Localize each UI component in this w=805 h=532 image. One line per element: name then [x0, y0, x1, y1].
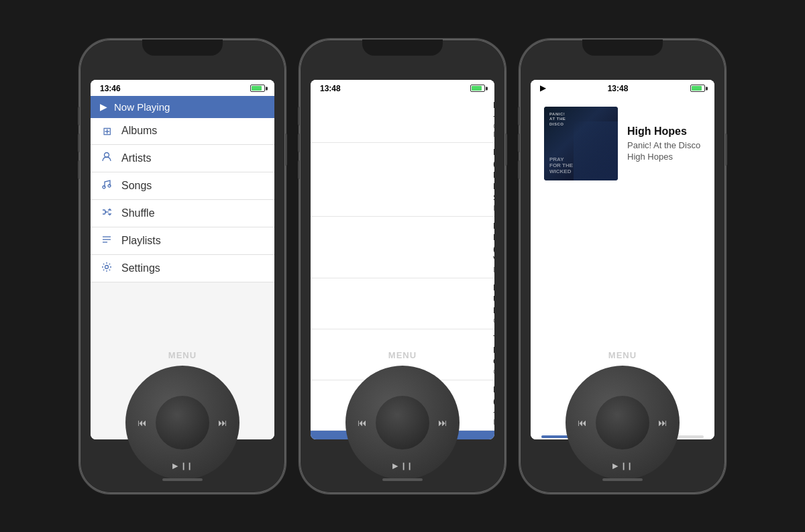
- wheel-1[interactable]: ⏮ ⏭ ▶ ❙❙: [125, 366, 239, 480]
- album-info-pesadao: Pesadão (feat. Marcelo Falcão) - Single …: [493, 147, 494, 211]
- svg-point-2: [108, 184, 111, 187]
- album-artist-planet: Pitbull: [493, 266, 494, 274]
- now-playing-label: Now Playing: [114, 101, 170, 113]
- menu-item-playlists[interactable]: Playlists: [91, 227, 274, 255]
- albums-icon: ⊞: [100, 125, 113, 138]
- artists-icon: [100, 152, 113, 165]
- album-info-perfect: Perfect - EP One Direction: [493, 100, 494, 139]
- album-info-planet: Planet Pit (Deluxe Version) Pitbull: [493, 221, 494, 274]
- play-pause-icon-3: ▶ ❙❙: [612, 462, 632, 470]
- prev-icon-2: ⏮: [358, 417, 367, 428]
- album-item-perfect[interactable]: Perfect - EP One Direction: [311, 96, 494, 144]
- menu-item-songs[interactable]: Songs: [91, 172, 274, 200]
- time-3: 13:48: [608, 84, 629, 93]
- shuffle-label: Shuffle: [121, 207, 155, 219]
- album-title-platinum: The Platinum Collection: [493, 333, 494, 368]
- wheel-2[interactable]: ⏮ ⏭ ▶ ❙❙: [345, 366, 460, 480]
- np-album-art: PANIC!AT THEDISCO PRAYFOR THEWICKED: [544, 107, 618, 180]
- menu-btn-label-3[interactable]: MENU: [608, 350, 637, 360]
- status-bar-2: 13:48: [311, 80, 494, 96]
- click-wheel-3: MENU ⏮ ⏭ ▶ ❙❙: [555, 350, 690, 480]
- prev-icon-3: ⏮: [578, 417, 587, 428]
- next-icon-1: ⏭: [218, 417, 227, 428]
- battery-1: [250, 85, 265, 92]
- click-wheel-2: MENU ⏮ ⏭ ▶ ❙❙: [335, 350, 470, 480]
- songs-label: Songs: [121, 180, 152, 192]
- album-item-plastique[interactable]: Plastique Universe EP Chappo: [311, 278, 494, 329]
- next-icon-2: ⏭: [438, 417, 447, 428]
- album-item-planet[interactable]: Planet Pit (Deluxe Version) Pitbull: [311, 217, 494, 279]
- album-info-pray: Pray For the Wicked Panic! At the Disco: [493, 435, 494, 439]
- shuffle-icon: [100, 207, 113, 220]
- prev-icon-1: ⏮: [138, 417, 147, 428]
- artists-label: Artists: [121, 152, 151, 164]
- menu-item-settings[interactable]: Settings: [91, 255, 274, 282]
- next-icon-3: ⏭: [658, 417, 667, 428]
- album-artist-pompeii: Bastille: [493, 418, 494, 426]
- artwork-area: PANIC!AT THEDISCO PRAYFOR THEWICKED High…: [531, 96, 714, 186]
- menu-btn-label-2[interactable]: MENU: [388, 350, 417, 360]
- menu-item-albums[interactable]: ⊞ Albums: [91, 118, 274, 145]
- iphone-3: ▶ 13:48 PANIC!AT THEDISCO PRAY: [519, 38, 727, 494]
- songs-icon: [100, 179, 113, 193]
- menu-btn-label-1[interactable]: MENU: [168, 350, 197, 360]
- status-bar-3: ▶ 13:48: [531, 80, 714, 96]
- album-title-plastique: Plastique Universe EP: [493, 282, 494, 317]
- track-info: High Hopes Panic! At the Disco High Hope…: [627, 125, 701, 162]
- album-artist-perfect: One Direction: [493, 122, 494, 138]
- album-title-perfect: Perfect - EP: [493, 100, 494, 123]
- song-artist: Panic! At the Disco: [627, 140, 701, 150]
- album-title-pesadao: Pesadão (feat. Marcelo Falcão) - Single: [493, 147, 494, 203]
- now-playing-header[interactable]: ▶ Now Playing: [91, 96, 274, 118]
- album-artist-platinum: Queen: [493, 368, 494, 376]
- time-1: 13:46: [100, 84, 121, 93]
- settings-label: Settings: [121, 262, 160, 274]
- play-icon-header: ▶: [100, 101, 107, 112]
- album-info-pompeii: Pompeii (Remixes) - EP Bastille: [493, 384, 494, 427]
- svg-point-6: [105, 265, 109, 268]
- battery-3: [690, 85, 705, 92]
- playlists-icon: [100, 234, 113, 248]
- play-pause-icon-2: ▶ ❙❙: [392, 462, 412, 470]
- album-title-pray: Pray For the Wicked: [493, 435, 494, 439]
- albums-label: Albums: [121, 125, 157, 137]
- status-bar-1: 13:46: [91, 80, 274, 96]
- iphone-1: 13:46 ▶ Now Playing ⊞ Albums: [78, 38, 286, 494]
- iphone-2: 13:48 Perfect - EP One Direction: [299, 38, 506, 494]
- battery-2: [470, 85, 485, 92]
- album-item-pesadao[interactable]: Pesadão (feat. Marcelo Falcão) - Single …: [311, 143, 494, 216]
- menu-item-artists[interactable]: Artists: [91, 145, 274, 172]
- album-artist-pesadao: IZA: [493, 204, 494, 212]
- click-wheel-1: MENU ⏮ ⏭ ▶ ❙❙: [115, 350, 250, 480]
- album-artist-plastique: Chappo: [493, 317, 494, 325]
- song-title: High Hopes: [627, 125, 701, 138]
- time-2: 13:48: [320, 84, 341, 93]
- song-album: High Hopes: [627, 152, 701, 162]
- album-title-planet: Planet Pit (Deluxe Version): [493, 221, 494, 266]
- settings-icon: [100, 262, 113, 275]
- svg-point-1: [103, 186, 105, 189]
- play-pause-icon-1: ▶ ❙❙: [172, 462, 192, 470]
- playlists-label: Playlists: [121, 235, 161, 247]
- wheel-3[interactable]: ⏮ ⏭ ▶ ❙❙: [566, 366, 680, 480]
- menu-item-shuffle[interactable]: Shuffle: [91, 200, 274, 227]
- album-info-platinum: The Platinum Collection Queen: [493, 333, 494, 376]
- album-title-pompeii: Pompeii (Remixes) - EP: [493, 384, 494, 419]
- album-info-plastique: Plastique Universe EP Chappo: [493, 282, 494, 325]
